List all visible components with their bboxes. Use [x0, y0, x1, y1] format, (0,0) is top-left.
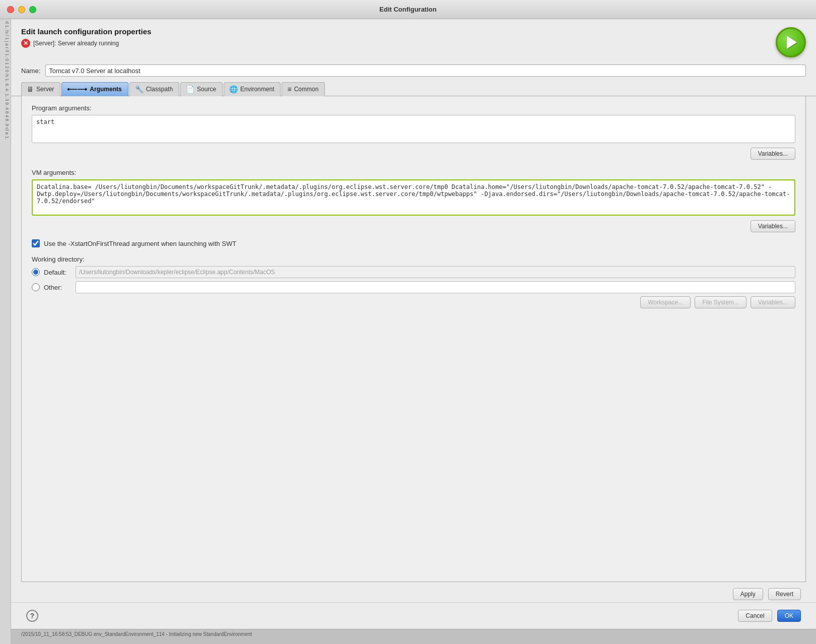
tab-server[interactable]: 🖥 Server — [21, 82, 60, 96]
file-system-button[interactable]: File System... — [695, 296, 746, 308]
other-radio[interactable] — [32, 283, 40, 291]
apply-revert-row: Apply Revert — [11, 582, 816, 602]
dialog-title-area: Edit launch configuration properties ✕ [… — [21, 27, 151, 48]
tab-source[interactable]: 📄 Source — [180, 82, 223, 96]
tab-common[interactable]: ≡ Common — [282, 82, 325, 96]
program-arguments-input[interactable]: start — [32, 115, 795, 143]
source-tab-icon: 📄 — [186, 85, 194, 93]
working-directory-section: Working directory: Default: Other: Works… — [32, 255, 795, 308]
help-icon[interactable]: ? — [26, 610, 38, 622]
window-title: Edit Configuration — [379, 6, 436, 13]
maximize-button[interactable] — [29, 6, 36, 13]
default-radio-row: Default: — [32, 266, 795, 278]
titlebar: Edit Configuration — [0, 0, 816, 19]
other-directory-input[interactable] — [76, 281, 795, 293]
tab-server-label: Server — [36, 86, 54, 93]
run-triangle-icon — [787, 36, 797, 49]
dir-buttons-row: Workspace... File System... Variables... — [32, 296, 795, 308]
vm-variables-btn-row: Variables... — [32, 220, 795, 232]
dialog-container: Edit launch configuration properties ✕ [… — [11, 19, 816, 644]
name-label: Name: — [21, 67, 40, 75]
vm-variables-button[interactable]: Variables... — [751, 220, 795, 232]
apply-button[interactable]: Apply — [733, 588, 763, 600]
program-variables-button[interactable]: Variables... — [751, 148, 795, 160]
server-tab-icon: 🖥 — [27, 85, 34, 93]
default-radio-label: Default: — [44, 269, 72, 276]
default-radio[interactable] — [32, 268, 40, 276]
dialog-title: Edit launch configuration properties — [21, 27, 151, 36]
xstart-checkbox-row: Use the -XstartOnFirstThread argument wh… — [32, 239, 795, 247]
sidebar-strip: d 1. /s / 1 j a r /l 1. 0 1 2 0 /s 1. 6.… — [0, 19, 11, 644]
tab-common-label: Common — [294, 86, 319, 93]
minimize-button[interactable] — [18, 6, 25, 13]
bottom-bar: ? Cancel OK — [11, 602, 816, 629]
window-controls — [7, 6, 36, 13]
common-tab-icon: ≡ — [287, 85, 291, 93]
tab-environment-label: Environment — [240, 86, 274, 93]
tab-classpath[interactable]: 🔧 Classpath — [129, 82, 179, 96]
status-text: [Server]: Server already running — [33, 40, 119, 47]
sidebar-text: d 1. /s / 1 j a r /l 1. 0 1 2 0 /s 1. 6.… — [0, 19, 11, 142]
vm-arguments-input[interactable]: Dcatalina.base= /Users/liutongbin/Docume… — [32, 179, 795, 216]
program-variables-btn-row: Variables... — [32, 148, 795, 160]
run-button[interactable] — [776, 27, 806, 57]
tab-environment[interactable]: 🌐 Environment — [224, 82, 281, 96]
environment-tab-icon: 🌐 — [229, 85, 238, 93]
name-input[interactable] — [45, 65, 806, 77]
section-gap-1 — [32, 160, 795, 169]
cancel-button[interactable]: Cancel — [738, 610, 772, 622]
working-directory-label: Working directory: — [32, 255, 795, 263]
error-icon: ✕ — [21, 39, 30, 48]
ok-button[interactable]: OK — [777, 610, 801, 622]
tab-source-label: Source — [197, 86, 216, 93]
revert-button[interactable]: Revert — [768, 588, 801, 600]
program-arguments-label: Program arguments: — [32, 104, 795, 112]
workspace-button[interactable]: Workspace... — [640, 296, 691, 308]
classpath-tab-icon: 🔧 — [135, 85, 144, 93]
xstart-label: Use the -XstartOnFirstThread argument wh… — [44, 240, 236, 247]
tab-arguments[interactable]: ⟵⟶ Arguments — [61, 82, 128, 96]
close-button[interactable] — [7, 6, 14, 13]
name-row: Name: — [11, 62, 816, 82]
xstart-checkbox[interactable] — [32, 239, 40, 247]
working-dir-variables-button[interactable]: Variables... — [751, 296, 795, 308]
dialog-header: Edit launch configuration properties ✕ [… — [11, 19, 816, 62]
tab-arguments-label: Arguments — [90, 86, 121, 93]
main-area: d 1. /s / 1 j a r /l 1. 0 1 2 0 /s 1. 6.… — [0, 19, 816, 644]
footer-strip: /2015/10_11_16:58:53_DEBUG env_StandardE… — [11, 629, 816, 644]
default-directory-input — [76, 266, 795, 278]
other-radio-row: Other: — [32, 281, 795, 293]
arguments-tab-icon: ⟵⟶ — [67, 85, 87, 93]
vm-arguments-label: VM arguments: — [32, 169, 795, 176]
content-panel: Program arguments: start Variables... VM… — [21, 96, 806, 582]
bottom-bar-right: Cancel OK — [738, 610, 801, 622]
other-radio-label: Other: — [44, 284, 72, 291]
tab-classpath-label: Classpath — [146, 86, 173, 93]
tab-bar: 🖥 Server ⟵⟶ Arguments 🔧 Classpath 📄 Sour… — [11, 82, 816, 96]
dialog-status: ✕ [Server]: Server already running — [21, 39, 151, 48]
footer-text: /2015/10_11_16:58:53_DEBUG env_StandardE… — [21, 631, 252, 637]
